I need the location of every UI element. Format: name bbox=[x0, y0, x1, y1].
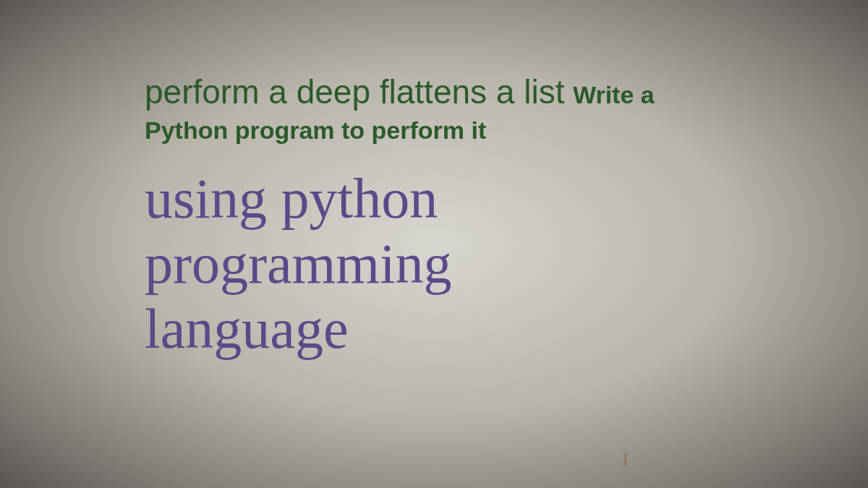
body-line-2: programming bbox=[145, 231, 723, 296]
text-cursor: I bbox=[622, 448, 629, 471]
body-text: using python programming language bbox=[145, 166, 723, 361]
heading-line-1: perform a deep flattens a list Write a bbox=[145, 72, 723, 112]
heading-main: perform a deep flattens a list bbox=[145, 73, 564, 111]
body-line-3: language bbox=[145, 296, 723, 361]
body-line-1: using python bbox=[145, 166, 723, 231]
heading-sub-a: Write a bbox=[573, 81, 655, 108]
document-content: perform a deep flattens a list Write a P… bbox=[145, 72, 723, 361]
heading-line-2: Python program to perform it bbox=[145, 116, 723, 145]
